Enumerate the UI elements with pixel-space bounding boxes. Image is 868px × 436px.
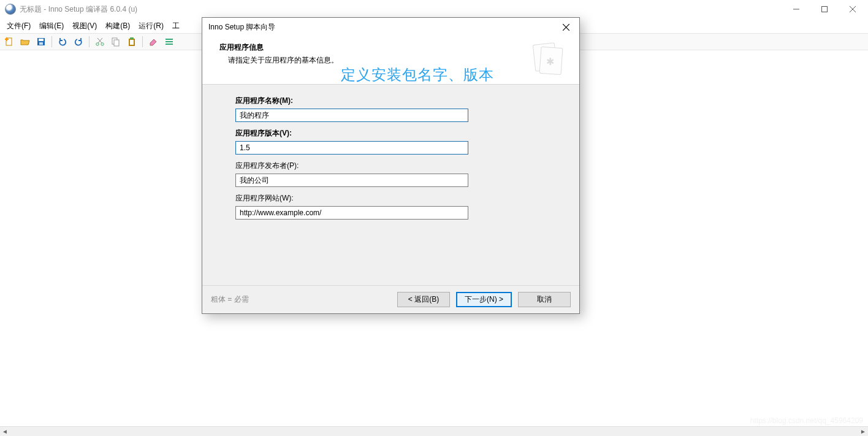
copy-icon[interactable] xyxy=(109,35,123,48)
dialog-subheading: 请指定关于应用程序的基本信息。 xyxy=(219,55,531,66)
save-icon[interactable] xyxy=(34,35,48,48)
new-icon[interactable] xyxy=(2,35,16,48)
open-icon[interactable] xyxy=(18,35,32,48)
titlebar: 无标题 - Inno Setup 编译器 6.0.4 (u) xyxy=(0,0,868,18)
app-icon xyxy=(5,4,16,15)
svg-rect-3 xyxy=(39,39,44,41)
required-note: 粗体 = 必需 xyxy=(211,294,249,305)
redo-icon[interactable] xyxy=(72,35,85,48)
eraser-icon[interactable] xyxy=(147,35,160,48)
app-publisher-input[interactable] xyxy=(235,174,468,187)
menu-edit[interactable]: 编辑(E) xyxy=(35,18,68,34)
dialog-header: 应用程序信息 请指定关于应用程序的基本信息。 ✱ 定义安装包名字、版本 xyxy=(202,36,579,85)
close-button[interactable] xyxy=(839,0,867,18)
svg-rect-10 xyxy=(130,40,134,45)
app-name-input[interactable] xyxy=(235,109,468,122)
back-button[interactable]: < 返回(B) xyxy=(397,292,450,307)
dialog-titlebar: Inno Setup 脚本向导 xyxy=(202,18,579,36)
menu-run[interactable]: 运行(R) xyxy=(134,18,168,34)
minimize-button[interactable] xyxy=(782,0,810,18)
svg-rect-11 xyxy=(130,37,134,39)
next-button[interactable]: 下一步(N) > xyxy=(456,292,512,307)
svg-point-5 xyxy=(96,43,99,45)
wizard-dialog: Inno Setup 脚本向导 应用程序信息 请指定关于应用程序的基本信息。 ✱… xyxy=(202,17,580,314)
scroll-right-icon[interactable]: ► xyxy=(858,427,868,436)
window-title: 无标题 - Inno Setup 编译器 6.0.4 (u) xyxy=(20,4,782,15)
list-icon[interactable] xyxy=(162,35,176,48)
svg-point-6 xyxy=(101,43,104,45)
app-website-input[interactable] xyxy=(235,206,468,220)
horizontal-scrollbar[interactable]: ◄ ► xyxy=(0,426,868,436)
paste-icon[interactable] xyxy=(125,35,139,48)
dialog-heading: 应用程序信息 xyxy=(219,42,531,53)
toolbar-separator xyxy=(51,36,52,47)
dialog-body: 应用程序名称(M): 应用程序版本(V): 应用程序发布者(P): 应用程序网站… xyxy=(202,85,579,285)
scroll-left-icon[interactable]: ◄ xyxy=(0,427,10,436)
dialog-title: Inno Setup 脚本向导 xyxy=(208,22,554,33)
menu-build[interactable]: 构建(B) xyxy=(101,18,134,34)
app-name-label: 应用程序名称(M): xyxy=(235,96,550,106)
app-website-label: 应用程序网站(W): xyxy=(235,193,550,204)
document-icon: ✱ xyxy=(531,42,566,77)
menu-tools[interactable]: 工 xyxy=(168,18,184,34)
svg-rect-4 xyxy=(39,42,43,45)
dialog-close-button[interactable] xyxy=(554,18,578,36)
toolbar-separator xyxy=(142,36,143,47)
svg-rect-0 xyxy=(822,7,828,12)
watermark: https://blog.csdn.net/qq_45964209 xyxy=(750,416,863,425)
undo-icon[interactable] xyxy=(56,35,69,48)
maximize-button[interactable] xyxy=(810,0,839,18)
annotation-overlay: 定义安装包名字、版本 xyxy=(341,65,494,85)
cancel-button[interactable]: 取消 xyxy=(518,292,571,307)
menu-view[interactable]: 视图(V) xyxy=(68,18,101,34)
toolbar-separator xyxy=(89,36,89,47)
cut-icon[interactable] xyxy=(93,35,107,48)
app-version-label: 应用程序版本(V): xyxy=(235,128,550,139)
dialog-footer: 粗体 = 必需 < 返回(B) 下一步(N) > 取消 xyxy=(202,285,579,313)
menu-file[interactable]: 文件(F) xyxy=(2,18,35,34)
app-version-input[interactable] xyxy=(235,141,468,155)
svg-rect-8 xyxy=(114,40,119,46)
app-publisher-label: 应用程序发布者(P): xyxy=(235,161,550,171)
